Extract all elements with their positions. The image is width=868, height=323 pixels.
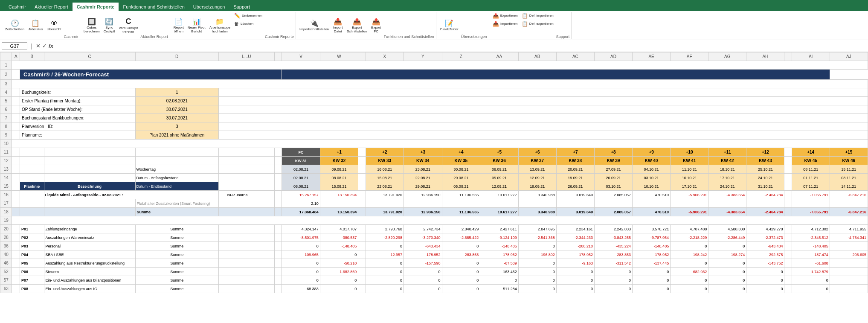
r20-kw46[interactable]: 4.711.955 (830, 225, 868, 233)
r46-kw45[interactable]: -61.608 (792, 259, 830, 268)
r28-kw41[interactable]: -2.218.229 (671, 233, 708, 242)
r46-kw40[interactable]: -137.445 (633, 259, 671, 268)
r57-kw46[interactable] (830, 276, 868, 285)
r57-kw41[interactable]: 0 (671, 276, 708, 285)
r36-kw40[interactable]: -148.405 (633, 242, 671, 250)
r20-kw36[interactable]: 2.427.611 (480, 225, 519, 233)
r40-kw34[interactable]: -178.952 (404, 250, 442, 259)
r52-kw33[interactable]: 0 (366, 268, 404, 276)
tab-funktionen[interactable]: Funktionen und Schnittstellen (119, 3, 189, 11)
r52-kw34[interactable]: 0 (404, 268, 442, 276)
buchungsstand-value[interactable]: 30.07.2021 (135, 114, 218, 122)
r57-kw38[interactable]: 0 (556, 276, 594, 285)
r40-kw38[interactable]: -178.952 (556, 250, 594, 259)
r40-kw33[interactable]: -12.957 (366, 250, 404, 259)
r46-kw35[interactable]: 0 (442, 259, 480, 268)
r57-kw34[interactable]: 0 (404, 276, 442, 285)
r46-kw33[interactable]: 0 (366, 259, 404, 268)
r63-kw38[interactable]: 0 (556, 285, 594, 293)
jobstatus-button[interactable]: 📋 Jobstatus (26, 12, 44, 39)
importschnittstellen-button[interactable]: 🔌 Importschnittstellen (298, 12, 331, 39)
r20-kw35[interactable]: 2.840.429 (442, 225, 480, 233)
name-box[interactable] (2, 42, 27, 50)
r46-kw32[interactable]: -50.210 (320, 259, 358, 268)
r20-kw43[interactable]: 4.429.278 (746, 225, 784, 233)
r40-kw32[interactable]: 0 (320, 250, 358, 259)
r36-fc[interactable]: 0 (282, 242, 320, 250)
r18-kw34[interactable]: 12.936.150 (404, 208, 442, 216)
umbenennen-button[interactable]: ✏️ Umbenennen (232, 12, 264, 20)
uebersicht-button[interactable]: 👁 Übersicht (45, 12, 63, 39)
zeitscheiben-button[interactable]: 🕐 Zeitscheiben (3, 12, 26, 39)
r36-kw41[interactable]: 0 (671, 242, 708, 250)
r36-kw36[interactable]: -148.405 (480, 242, 519, 250)
r20-kw34[interactable]: 2.742.734 (404, 225, 442, 233)
r36-kw43[interactable]: -643.434 (746, 242, 784, 250)
r63-kw45[interactable]: 0 (792, 285, 830, 293)
r16-kw35[interactable]: 11.136.565 (442, 191, 480, 199)
r20-kw39[interactable]: 2.242.833 (594, 225, 632, 233)
r20-kw45[interactable]: 4.712.302 (792, 225, 830, 233)
r40-fc[interactable]: -109.965 (282, 250, 320, 259)
r20-kw42[interactable]: 4.588.330 (708, 225, 746, 233)
r16-kw38[interactable]: 3.019.649 (556, 191, 594, 199)
r40-kw46[interactable]: -206.605 (830, 250, 868, 259)
r36-kw34[interactable]: -643.434 (404, 242, 442, 250)
r36-kw37[interactable]: 0 (518, 242, 556, 250)
r57-kw35[interactable]: 0 (442, 276, 480, 285)
def-exportieren-button[interactable]: 📋 Def. exportieren (520, 20, 555, 28)
r28-kw37[interactable]: -2.541.368 (518, 233, 556, 242)
r16-kw33[interactable]: 13.791.920 (366, 191, 404, 199)
r63-kw35[interactable]: 0 (442, 285, 480, 293)
r40-kw43[interactable]: -292.375 (746, 250, 784, 259)
r40-kw35[interactable]: -283.853 (442, 250, 480, 259)
tab-uebersetzungen[interactable]: Übersetzungen (189, 3, 229, 11)
r36-kw32[interactable]: -148.405 (320, 242, 358, 250)
r16-kw32[interactable]: 13.150.394 (320, 191, 358, 199)
r46-kw34[interactable]: -157.590 (404, 259, 442, 268)
planname-value[interactable]: Plan 2021 ohne Maßnahmen (135, 131, 218, 140)
r52-kw35[interactable]: 0 (442, 268, 480, 276)
r16-kw41[interactable]: -5.906.291 (671, 191, 708, 199)
r57-kw36[interactable]: 0 (480, 276, 519, 285)
r20-kw41[interactable]: 4.787.488 (671, 225, 708, 233)
r18-kw39[interactable]: 2.085.057 (594, 208, 632, 216)
r63-kw43[interactable]: 0 (746, 285, 784, 293)
def-importieren-button[interactable]: 📋 Def. importieren (520, 12, 555, 20)
r52-kw39[interactable]: 0 (594, 268, 632, 276)
r18-kw38[interactable]: 3.019.649 (556, 208, 594, 216)
r40-kw36[interactable]: -178.952 (480, 250, 519, 259)
r18-kw43[interactable]: -2.464.784 (746, 208, 784, 216)
tab-cashmir[interactable]: Cashmir (4, 3, 30, 11)
report-oeffnen-button[interactable]: 📄 Reportöffnen (172, 12, 186, 39)
r36-kw42[interactable]: 0 (708, 242, 746, 250)
sync-cockpit-button[interactable]: 🔄 SyncCockpit (102, 12, 117, 39)
r28-kw38[interactable]: -2.344.233 (556, 233, 594, 242)
r36-kw38[interactable]: -208.210 (556, 242, 594, 250)
r16-kw46[interactable]: -6.847.216 (830, 191, 868, 199)
r63-kw36[interactable]: 511.284 (480, 285, 519, 293)
r57-kw39[interactable]: 0 (594, 276, 632, 285)
r36-kw45[interactable]: -148.405 (792, 242, 830, 250)
r63-kw37[interactable]: 0 (518, 285, 556, 293)
arbeitsmappe-button[interactable]: 📁 Arbeitsmappehochladen (208, 12, 232, 39)
r63-kw46[interactable] (830, 285, 868, 293)
r18-kw35[interactable]: 11.136.565 (442, 208, 480, 216)
tab-aktueller-report[interactable]: Aktueller Report (30, 3, 73, 11)
op-stand-value[interactable]: 30.07.2021 (135, 105, 218, 114)
r28-kw46[interactable]: -4.754.341 (830, 233, 868, 242)
export-fc-button[interactable]: 📤 ExportFC (369, 12, 383, 39)
cancel-icon[interactable]: ✕ (36, 43, 41, 49)
r28-kw45[interactable]: -2.345.512 (792, 233, 830, 242)
r63-kw32[interactable]: 0 (320, 285, 358, 293)
r28-kw32[interactable]: -380.537 (320, 233, 358, 242)
r57-kw37[interactable]: 0 (518, 276, 556, 285)
importieren-button[interactable]: 📥 Importieren (491, 20, 520, 28)
r20-kw40[interactable]: 3.578.721 (633, 225, 671, 233)
erster-plantag-value[interactable]: 02.08.2021 (135, 97, 218, 105)
r16-kw34[interactable]: 12.936.150 (404, 191, 442, 199)
r36-kw39[interactable]: -435.224 (594, 242, 632, 250)
r52-kw41[interactable]: -682.932 (671, 268, 708, 276)
r36-kw46[interactable] (830, 242, 868, 250)
r52-fc[interactable]: 0 (282, 268, 320, 276)
